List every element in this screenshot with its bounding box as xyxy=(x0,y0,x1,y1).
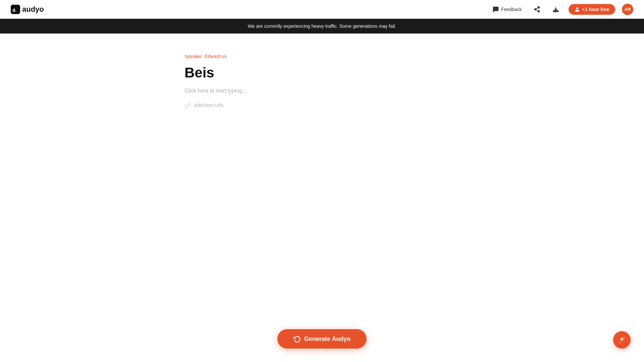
svg-point-2 xyxy=(538,6,540,8)
main-content: Speaker: Edward us xyxy=(0,34,644,361)
feedback-icon xyxy=(492,6,499,13)
svg-point-4 xyxy=(538,10,540,12)
regenerate-icon xyxy=(293,335,301,343)
sparkle-fab-button[interactable] xyxy=(613,331,631,349)
person-icon xyxy=(575,7,580,12)
subtitle-input[interactable] xyxy=(184,88,460,94)
svg-point-3 xyxy=(535,8,536,10)
share-icon xyxy=(534,6,540,13)
speaker-label[interactable]: Speaker: Edward us xyxy=(184,54,460,59)
generate-button[interactable]: Generate Audyo xyxy=(277,329,367,349)
download-icon xyxy=(552,6,559,13)
logo-text: audyo xyxy=(22,5,44,14)
feedback-button[interactable]: Feedback xyxy=(490,4,524,15)
url-input[interactable] xyxy=(195,103,460,108)
traffic-banner: We are currently experiencing heavy traf… xyxy=(0,19,644,34)
svg-line-5 xyxy=(536,10,538,11)
link-icon xyxy=(184,102,191,109)
banner-message: We are currently experiencing heavy traf… xyxy=(248,23,396,29)
download-button[interactable] xyxy=(550,4,562,15)
share-button[interactable] xyxy=(531,4,543,15)
free-hour-button[interactable]: +1 hour free xyxy=(569,4,615,15)
avatar-initials: AR xyxy=(625,7,631,12)
logo[interactable]: a audyo xyxy=(11,5,44,14)
header-actions: Feedback +1 hour free AR xyxy=(490,4,633,15)
header: a audyo Feedback xyxy=(0,0,644,19)
avatar[interactable]: AR xyxy=(622,4,633,15)
title-input[interactable] xyxy=(184,64,460,81)
svg-line-6 xyxy=(536,8,538,9)
feedback-label: Feedback xyxy=(501,7,522,12)
generate-label: Generate Audyo xyxy=(304,336,351,343)
sparkle-icon xyxy=(618,336,626,344)
logo-icon: a xyxy=(11,5,20,14)
url-row xyxy=(184,102,460,109)
editor-area: Speaker: Edward us xyxy=(171,54,473,109)
free-hour-label: +1 hour free xyxy=(582,7,609,12)
svg-text:a: a xyxy=(12,7,15,13)
